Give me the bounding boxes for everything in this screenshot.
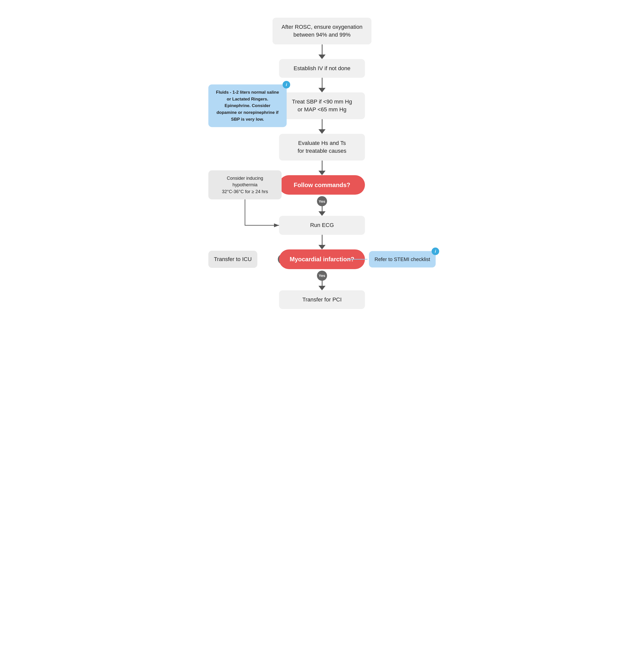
- yes-circle-1: Yes: [317, 196, 327, 206]
- fluids-text: Fluids - 1-2 liters normal saline or Lac…: [216, 90, 279, 122]
- stemi-note: Refer to STEMI checklist i: [369, 251, 436, 267]
- stemi-text: Refer to STEMI checklist: [375, 256, 430, 262]
- connector6: [318, 235, 326, 249]
- step4-box: Evaluate Hs and Tsfor treatable causes: [279, 134, 365, 161]
- step5-box: Follow commands?: [279, 175, 365, 195]
- step7-box: Myocardial infarction?: [279, 249, 365, 269]
- step5-row: Consider inducing hypothermia 32°C-36°C …: [201, 175, 443, 195]
- hypothermia-text: Consider inducing hypothermia 32°C-36°C …: [222, 176, 268, 194]
- connector4: [318, 161, 326, 175]
- step6-text: Run ECG: [310, 222, 334, 228]
- stemi-info-badge: i: [432, 247, 439, 255]
- connector1: [318, 44, 326, 59]
- connector3: [318, 119, 326, 134]
- fluids-note: Fluids - 1-2 liters normal saline or Lac…: [208, 85, 287, 127]
- step3-box: Treat SBP if <90 mm Hgor MAP <65 mm Hg: [279, 92, 365, 119]
- yes-circle-2: Yes: [317, 271, 327, 281]
- connector2: [318, 78, 326, 92]
- connector5: Yes: [317, 195, 327, 216]
- connector7: Yes: [317, 269, 327, 290]
- step8-box: Transfer for PCI: [279, 290, 365, 309]
- transfer-icu-text: Transfer to ICU: [214, 256, 252, 262]
- step3-row: Fluids - 1-2 liters normal saline or Lac…: [201, 92, 443, 119]
- step7-row: Transfer to ICU No Myocardial infarction…: [201, 249, 443, 269]
- yes-text-2: Yes: [319, 273, 325, 278]
- hypothermia-note: Consider inducing hypothermia 32°C-36°C …: [208, 170, 282, 199]
- step2-box: Establish IV if not done: [279, 59, 365, 78]
- step7-text: Myocardial infarction?: [290, 256, 354, 262]
- step2-text: Establish IV if not done: [294, 65, 350, 72]
- step1-box: After ROSC, ensure oxygenation between 9…: [272, 18, 372, 44]
- fluids-info-badge: i: [283, 81, 290, 89]
- step1-text: After ROSC, ensure oxygenation between 9…: [282, 24, 362, 38]
- step3-text: Treat SBP if <90 mm Hgor MAP <65 mm Hg: [292, 98, 352, 112]
- step5-text: Follow commands?: [294, 182, 350, 188]
- step6-box: Run ECG: [279, 216, 365, 235]
- flowchart-container: After ROSC, ensure oxygenation between 9…: [201, 10, 443, 319]
- step4-text: Evaluate Hs and Tsfor treatable causes: [298, 140, 346, 154]
- transfer-icu-note: Transfer to ICU: [208, 251, 257, 268]
- step8-text: Transfer for PCI: [302, 297, 342, 303]
- yes-text-1: Yes: [319, 199, 325, 203]
